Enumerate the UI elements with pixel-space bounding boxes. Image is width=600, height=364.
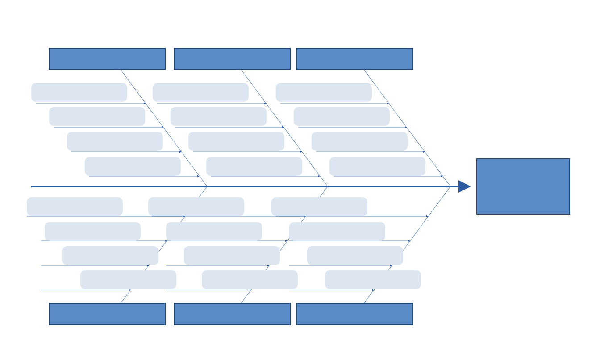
cause-top-right-1 — [276, 83, 372, 102]
cause-top-center-1 — [153, 83, 249, 102]
cause-top-right-4 — [329, 157, 425, 176]
cause-top-left-3 — [67, 132, 163, 151]
cause-bottom-right-2 — [289, 222, 385, 241]
cause-bottom-left-4 — [80, 270, 176, 289]
category-box-top-center — [174, 48, 290, 70]
cause-bottom-left-1 — [27, 197, 123, 216]
cause-bottom-center-2 — [166, 222, 262, 241]
cause-top-left-4 — [85, 157, 181, 176]
cause-bottom-center-4 — [202, 270, 298, 289]
cause-top-left-1 — [31, 83, 127, 102]
category-box-bottom-center — [174, 303, 290, 325]
cause-top-left-2 — [49, 107, 145, 126]
cause-top-center-3 — [188, 132, 284, 151]
cause-top-right-2 — [294, 107, 390, 126]
cause-bottom-right-4 — [325, 270, 421, 289]
effect-box — [477, 159, 570, 214]
cause-bottom-right-1 — [271, 197, 367, 216]
cause-top-right-3 — [312, 132, 408, 151]
cause-top-center-2 — [171, 107, 267, 126]
cause-bottom-left-2 — [45, 222, 141, 241]
cause-bottom-left-3 — [62, 246, 158, 265]
cause-bottom-center-1 — [148, 197, 244, 216]
cause-top-center-4 — [206, 157, 302, 176]
category-box-top-right — [297, 48, 413, 70]
cause-bottom-center-3 — [184, 246, 280, 265]
cause-bottom-right-3 — [307, 246, 403, 265]
fishbone-diagram — [0, 0, 600, 364]
category-box-top-left — [49, 48, 165, 70]
category-box-bottom-left — [49, 303, 165, 325]
category-box-bottom-right — [297, 303, 413, 325]
